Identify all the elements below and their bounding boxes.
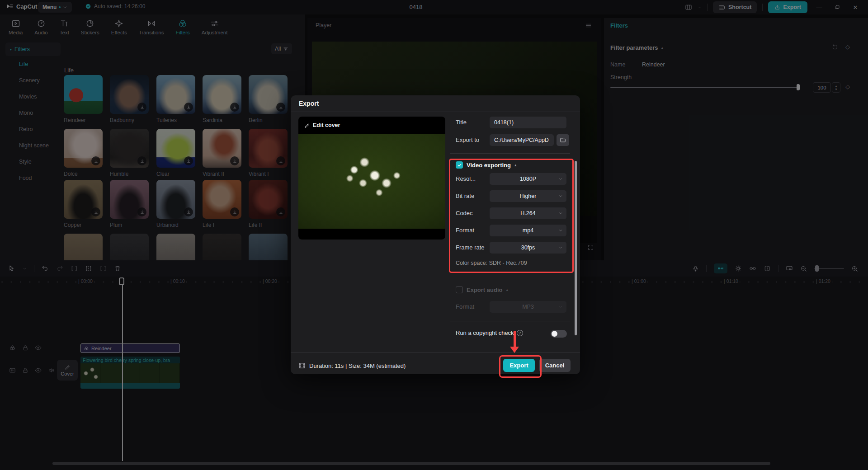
dialog-divider bbox=[450, 321, 570, 321]
audio-format-dropdown[interactable]: MP3 bbox=[490, 301, 566, 313]
capcut-window: CapCut Menu Auto saved: 14:26:00 0418 bbox=[0, 0, 868, 470]
chevron-down-icon bbox=[558, 211, 563, 216]
cover-card[interactable]: Edit cover bbox=[298, 117, 445, 240]
export-path-input[interactable] bbox=[490, 134, 554, 146]
title-field-label: Title bbox=[456, 119, 467, 126]
export-confirm-button[interactable]: Export bbox=[503, 359, 535, 372]
audio-format-value: MP3 bbox=[522, 304, 534, 310]
export-audio-label: Export audio bbox=[467, 287, 502, 293]
caret-up-icon: ▴ bbox=[514, 163, 517, 167]
video-exporting-label: Video exporting bbox=[467, 162, 511, 169]
export-summary: Duration: 11s | Size: 34M (estimated) bbox=[298, 362, 406, 369]
dialog-divider bbox=[450, 153, 570, 154]
export-to-label: Export to bbox=[456, 136, 479, 143]
frame-rate-value: 30fps bbox=[521, 244, 535, 251]
cancel-button[interactable]: Cancel bbox=[539, 359, 571, 372]
export-audio-checkbox[interactable] bbox=[456, 286, 463, 293]
bit-rate-value: Higher bbox=[520, 193, 537, 199]
bit-rate-dropdown[interactable]: Higher bbox=[490, 190, 566, 202]
export-dialog: Export Edit cover Title Export to Video … bbox=[291, 95, 580, 374]
edit-cover-label: Edit cover bbox=[313, 122, 340, 128]
export-summary-text: Duration: 11s | Size: 34M (estimated) bbox=[309, 362, 406, 369]
copyright-check-label: Run a copyright check bbox=[456, 329, 514, 336]
resol-value: 1080P bbox=[520, 176, 536, 182]
browse-folder-button[interactable] bbox=[557, 134, 569, 146]
format-dropdown[interactable]: mp4 bbox=[490, 225, 566, 236]
color-space-text: Color space: SDR - Rec.709 bbox=[456, 260, 527, 266]
resol-label: Resol... bbox=[456, 175, 476, 182]
dialog-divider bbox=[291, 112, 580, 112]
pencil-icon bbox=[304, 122, 310, 128]
format-label: Format bbox=[456, 227, 474, 234]
toggle-knob bbox=[552, 331, 557, 337]
bit-rate-label: Bit rate bbox=[456, 193, 474, 199]
title-input[interactable] bbox=[490, 117, 566, 128]
chevron-down-icon bbox=[558, 228, 563, 233]
dialog-divider bbox=[291, 352, 580, 353]
codec-value: H.264 bbox=[520, 210, 535, 216]
copyright-toggle[interactable] bbox=[551, 330, 567, 338]
frame-rate-label: Frame rate bbox=[456, 244, 485, 251]
film-icon bbox=[298, 362, 306, 369]
codec-dropdown[interactable]: H.264 bbox=[490, 207, 566, 219]
chevron-down-icon bbox=[558, 305, 563, 309]
video-exporting-checkbox[interactable] bbox=[456, 161, 463, 169]
video-exporting-header[interactable]: Video exporting ▴ bbox=[456, 161, 517, 169]
audio-format-label: Format bbox=[456, 303, 474, 310]
dialog-scrollbar[interactable] bbox=[575, 161, 577, 335]
format-value: mp4 bbox=[523, 227, 533, 234]
export-dialog-title: Export bbox=[299, 100, 319, 107]
cover-photo bbox=[298, 134, 445, 229]
export-audio-header[interactable]: Export audio ▴ bbox=[456, 286, 508, 293]
info-icon: ? bbox=[517, 330, 523, 336]
chevron-down-icon bbox=[558, 177, 563, 181]
chevron-down-icon bbox=[558, 245, 563, 250]
caret-up-icon: ▴ bbox=[506, 287, 508, 292]
codec-label: Codec bbox=[456, 210, 473, 216]
frame-rate-dropdown[interactable]: 30fps bbox=[490, 242, 566, 254]
chevron-down-icon bbox=[558, 194, 563, 198]
edit-cover-button[interactable]: Edit cover bbox=[304, 122, 340, 128]
resol-dropdown[interactable]: 1080P bbox=[490, 173, 566, 185]
